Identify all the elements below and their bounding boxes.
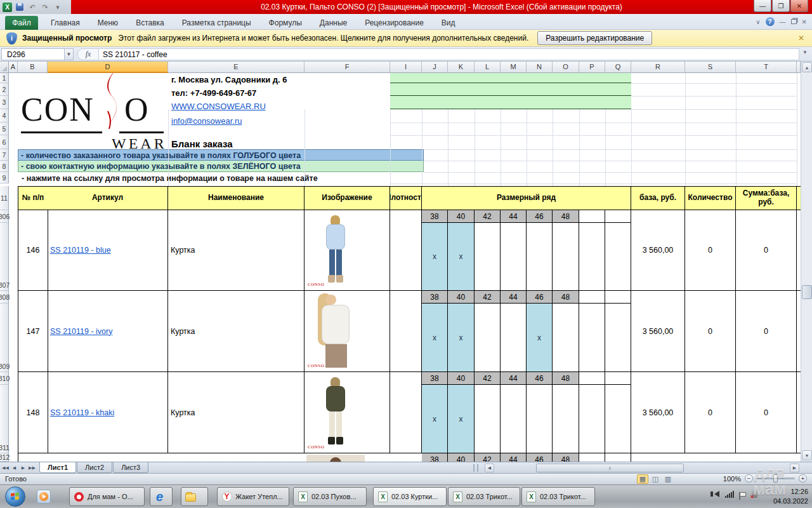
tab-вид[interactable]: Вид <box>433 16 464 30</box>
column-header-D[interactable]: D <box>48 62 168 73</box>
product-quantity[interactable]: 0 <box>685 291 736 372</box>
column-header-S[interactable]: S <box>685 62 736 73</box>
tab-данные[interactable]: Данные <box>311 16 356 30</box>
size-cell-46[interactable] <box>527 223 553 291</box>
product-article-link[interactable]: SS 210119 - khaki <box>50 408 114 417</box>
workbook-close-icon[interactable]: ✕ <box>802 18 807 25</box>
row-header-6[interactable]: 6 <box>0 135 9 149</box>
size-cell-48[interactable] <box>553 385 579 453</box>
undo-icon[interactable]: ↶ <box>27 2 37 12</box>
column-header-E[interactable]: E <box>168 62 304 73</box>
column-header-R[interactable]: R <box>631 62 685 73</box>
column-header-B[interactable]: B <box>18 62 48 73</box>
sheet-tab-1[interactable]: Лист1 <box>39 462 76 473</box>
taskbar-button-02.03 Трикот...[interactable]: X02.03 Трикот... <box>448 487 520 506</box>
scroll-right-icon[interactable]: ▶ <box>790 464 799 472</box>
page-break-view-icon[interactable]: ▥ <box>662 474 674 484</box>
normal-view-icon[interactable]: ▦ <box>637 474 648 484</box>
size-cell-42[interactable] <box>475 304 501 372</box>
column-header-T[interactable]: T <box>736 62 797 73</box>
column-header-Q[interactable]: Q <box>605 62 631 73</box>
tab-формулы[interactable]: Формулы <box>260 16 311 30</box>
column-header-N[interactable]: N <box>527 62 553 73</box>
sheet-tab-3[interactable]: Лист3 <box>113 462 148 473</box>
size-cell-40[interactable]: x <box>448 385 475 453</box>
qat-customize-icon[interactable]: ▾ <box>53 2 63 12</box>
column-header-M[interactable]: M <box>501 62 527 73</box>
size-cell-42[interactable] <box>475 223 501 291</box>
size-cell-46[interactable]: x <box>527 304 553 372</box>
tab-вставка[interactable]: Вставка <box>127 16 173 30</box>
taskbar-button-ie[interactable]: e <box>150 487 173 506</box>
column-header-O[interactable]: O <box>553 62 579 73</box>
tab-рецензирование[interactable]: Рецензирование <box>356 16 433 30</box>
tab-file[interactable]: Файл <box>5 16 38 30</box>
tab-split-handle[interactable] <box>473 464 478 472</box>
row-header-9[interactable]: 9 <box>0 172 9 184</box>
size-cell-40[interactable]: x <box>448 304 475 372</box>
last-sheet-icon[interactable]: ▶▶ <box>28 464 36 472</box>
zoom-out-icon[interactable]: − <box>745 474 753 483</box>
start-button[interactable] <box>5 486 25 507</box>
size-cell-46[interactable] <box>527 385 553 453</box>
taskbar-button-02.03 Трикот...[interactable]: X02.03 Трикот... <box>521 487 595 506</box>
size-cell-44[interactable] <box>501 385 527 453</box>
product-article-link[interactable]: SS 210119 - ivory <box>50 327 112 336</box>
save-icon[interactable] <box>15 2 25 12</box>
size-cell-42[interactable] <box>475 385 501 453</box>
restore-button[interactable]: ❐ <box>772 0 790 12</box>
insert-function-icon[interactable]: fx <box>77 48 99 60</box>
select-all-corner[interactable] <box>0 62 9 73</box>
network-signal-icon[interactable] <box>725 491 734 498</box>
row-header-5[interactable]: 5 <box>0 123 9 135</box>
scroll-left-icon[interactable]: ◀ <box>485 464 494 472</box>
media-player-icon[interactable] <box>37 490 51 504</box>
row-header-4[interactable]: 4 <box>0 109 9 123</box>
tab-меню[interactable]: Меню <box>89 16 127 30</box>
expand-formula-bar-icon[interactable]: ▼ <box>801 50 809 59</box>
volume-icon[interactable] <box>714 491 719 497</box>
product-quantity[interactable]: 0 <box>685 210 736 291</box>
column-header-L[interactable]: L <box>475 62 501 73</box>
taskbar-button-02.03 Пухов...[interactable]: X02.03 Пухов... <box>293 487 367 506</box>
prev-sheet-icon[interactable]: ◀ <box>10 464 18 472</box>
safely-remove-icon[interactable] <box>752 490 757 498</box>
company-email-link[interactable]: info@consowear.ru <box>171 116 242 126</box>
collapse-ribbon-icon[interactable]: ∨ <box>756 18 760 25</box>
column-header-F[interactable]: F <box>304 62 390 73</box>
product-quantity[interactable]: 0 <box>685 372 736 453</box>
redo-icon[interactable]: ↷ <box>40 2 50 12</box>
size-cell-38[interactable]: x <box>422 385 448 453</box>
size-cell-44[interactable] <box>501 223 527 291</box>
size-cell-38[interactable]: x <box>422 304 448 372</box>
zoom-slider-thumb[interactable] <box>773 474 778 483</box>
product-article-link[interactable]: SS 210119 - blue <box>50 246 111 255</box>
sheet-tab-2[interactable]: Лист2 <box>77 462 112 473</box>
name-box-dropdown-icon[interactable]: ▼ <box>65 48 74 60</box>
row-header-8[interactable]: 8 <box>0 161 9 172</box>
column-header-I[interactable]: I <box>390 62 422 73</box>
size-cell-48[interactable] <box>553 223 579 291</box>
name-box[interactable]: D296 <box>1 48 65 60</box>
row-header-2[interactable]: 2 <box>0 83 9 96</box>
row-header-3[interactable]: 3 <box>0 96 9 109</box>
zoom-in-icon[interactable]: + <box>799 474 807 483</box>
close-button[interactable]: ✕ <box>790 0 808 12</box>
column-header-P[interactable]: P <box>579 62 605 73</box>
size-cell-38[interactable]: x <box>422 223 448 291</box>
banner-close-icon[interactable]: ✕ <box>798 34 804 43</box>
taskbar-clock[interactable]: 12:26 04.03.2022 <box>773 487 808 506</box>
help-icon[interactable]: ? <box>766 17 775 26</box>
action-center-flag-icon[interactable] <box>740 492 746 497</box>
row-header-1[interactable]: 1 <box>0 73 9 83</box>
taskbar-button-folder[interactable] <box>181 487 208 506</box>
next-sheet-icon[interactable]: ▶ <box>19 464 27 472</box>
horizontal-scroll-thumb[interactable]: ‖ <box>536 464 684 472</box>
enable-editing-button[interactable]: Разрешить редактирование <box>537 31 652 45</box>
green-input-field[interactable] <box>390 73 631 83</box>
row-header-7[interactable]: 7 <box>0 149 9 161</box>
company-website-link[interactable]: WWW.CONSOWEAR.RU <box>171 102 266 111</box>
column-header-A[interactable]: A <box>9 62 18 73</box>
tab-главная[interactable]: Главная <box>42 16 89 30</box>
scroll-up-icon[interactable]: ▲ <box>802 62 812 72</box>
